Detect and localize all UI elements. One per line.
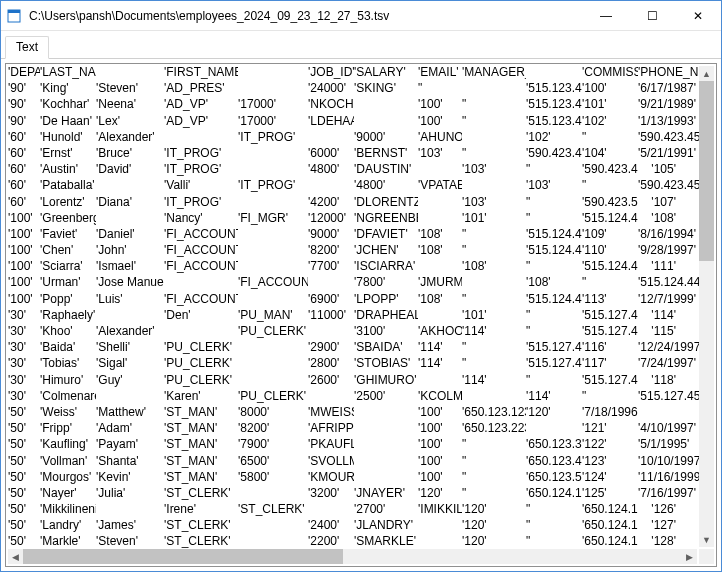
cell: '590.423.4569' [582, 161, 638, 177]
cell: '116' [582, 339, 638, 355]
cell: 'IMIKKILI' [418, 501, 462, 517]
table-row[interactable]: '50''Fripp''Adam''ST_MAN''8200''AFRIPP''… [8, 420, 699, 436]
table-row[interactable]: '30''Himuro''Guy''PU_CLERK''2600''GHIMUR… [8, 372, 699, 388]
cell: 'Mikkilineni' [40, 501, 96, 517]
horizontal-scrollbar[interactable]: ◀ ▶ [8, 549, 697, 564]
minimize-button[interactable]: — [583, 1, 629, 30]
header-row[interactable]: 'DEPARTMENT_ID''LAST_NAME''FIRST_NAME''J… [8, 64, 699, 80]
table-row[interactable]: '60''Ernst''Bruce''IT_PROG''6000''BERNST… [8, 145, 699, 161]
cell: 'James' [96, 517, 164, 533]
table-row[interactable]: '90''Kochhar''Neena''AD_VP''17000''NKOCH… [8, 96, 699, 112]
cell: 'Ismael' [96, 258, 164, 274]
table-row[interactable]: '100''Greenberg''Nancy''FI_MGR''12000''N… [8, 210, 699, 226]
text-grid[interactable]: 'DEPARTMENT_ID''LAST_NAME''FIRST_NAME''J… [6, 64, 716, 566]
cell: 'ST_MAN' [164, 469, 238, 485]
cell: '2200' [308, 533, 354, 549]
titlebar[interactable]: C:\Users\pansh\Documents\employees_2024_… [1, 1, 721, 31]
scroll-left-arrow[interactable]: ◀ [8, 549, 23, 564]
table-row[interactable]: '30''Tobias''Sigal''PU_CLERK''2800''STOB… [8, 355, 699, 371]
cell: '9000' [308, 226, 354, 242]
table-row[interactable]: '60''Pataballa''Valli''IT_PROG''4800''VP… [8, 177, 699, 193]
table-row[interactable]: '100''Chen''John''FI_ACCOUNT''8200''JCHE… [8, 242, 699, 258]
cell: 'DEPARTMENT_ID' [8, 64, 40, 80]
cell: 'ST_MAN' [164, 404, 238, 420]
vertical-scrollbar[interactable]: ▲ ▼ [699, 66, 714, 547]
cell: 'De Haan' [40, 113, 96, 129]
cell: '9000' [354, 129, 418, 145]
cell: 'Weiss' [40, 404, 96, 420]
cell: 'PU_CLERK' [238, 323, 308, 339]
cell: '515.124.4469' '112' '3/7 [638, 274, 699, 290]
cell: '5/1/1995' [638, 436, 699, 452]
cell: '109' [582, 226, 638, 242]
cell: '650.124.1434' [582, 533, 638, 549]
cell: '60' [8, 194, 40, 210]
cell: 'Nancy' [164, 210, 238, 226]
table-row[interactable]: '100''Popp''Luis''FI_ACCOUNT''6900''LPOP… [8, 291, 699, 307]
cell: '2800' [308, 355, 354, 371]
cell: " [526, 307, 582, 323]
cell: " [582, 129, 638, 145]
cell: '100' [8, 242, 40, 258]
table-row[interactable]: '50''Vollman''Shanta''ST_MAN''6500''SVOL… [8, 453, 699, 469]
table-row[interactable]: '100''Urman''Jose Manuel''FI_ACCOUNT''78… [8, 274, 699, 290]
table-row[interactable]: '60''Hunold''Alexander''IT_PROG''9000''A… [8, 129, 699, 145]
cell: '101' [462, 210, 526, 226]
table-row[interactable]: '30''Colmenares''Karen''PU_CLERK''2500''… [8, 388, 699, 404]
svg-rect-1 [8, 10, 20, 13]
cell: '110' [582, 242, 638, 258]
cell: '515.127.4562' [582, 323, 638, 339]
cell: '8200' [308, 242, 354, 258]
table-row[interactable]: '90''King''Steven''AD_PRES''24000''SKING… [8, 80, 699, 96]
cell: '101' [462, 307, 526, 323]
cell: '50' [8, 436, 40, 452]
table-row[interactable]: '30''Baida''Shelli''PU_CLERK''2900''SBAI… [8, 339, 699, 355]
cell: 'ST_CLERK' [164, 485, 238, 501]
table-row[interactable]: '50''Mikkilineni''Irene''ST_CLERK''2700'… [8, 501, 699, 517]
tab-text[interactable]: Text [5, 36, 49, 59]
cell: 'Irene' [164, 501, 238, 517]
cell: '515.124.4369' [582, 258, 638, 274]
table-row[interactable]: '30''Raphaely''Den''PU_MAN''11000''DRAPH… [8, 307, 699, 323]
cell: '650.124.1224' [582, 501, 638, 517]
table-row[interactable]: '50''Kaufling''Payam''ST_MAN''7900''PKAU… [8, 436, 699, 452]
cell: 'JOB_ID' [308, 64, 354, 80]
cell: 'JNAYER' [354, 485, 418, 501]
cell: '17000' [238, 113, 308, 129]
cell: '650.123.3234' [526, 436, 582, 452]
cell: 'LAST_NAME' [40, 64, 96, 80]
cell: '100' [418, 469, 462, 485]
scroll-right-arrow[interactable]: ▶ [682, 549, 697, 564]
table-row[interactable]: '90''De Haan''Lex''AD_VP''17000''LDEHAAN… [8, 113, 699, 129]
close-button[interactable]: ✕ [675, 1, 721, 30]
table-row[interactable]: '60''Austin''David''IT_PROG''4800''DAUST… [8, 161, 699, 177]
table-row[interactable]: '50''Landry''James''ST_CLERK''2400''JLAN… [8, 517, 699, 533]
cell: 'COMMISSION_PCT' [582, 64, 638, 80]
maximize-button[interactable]: ☐ [629, 1, 675, 30]
cell: 'SVOLLMAN' [308, 453, 354, 469]
vertical-scroll-thumb[interactable] [699, 81, 714, 261]
cell: '103' [526, 177, 582, 193]
cell: '11000' [308, 307, 354, 323]
table-row[interactable]: '100''Faviet''Daniel''FI_ACCOUNT''9000''… [8, 226, 699, 242]
table-row[interactable]: '30''Khoo''Alexander''PU_CLERK''3100''AK… [8, 323, 699, 339]
tabbar: Text [1, 31, 721, 59]
table-row[interactable]: '50''Weiss''Matthew''ST_MAN''8000''MWEIS… [8, 404, 699, 420]
cell: 'AD_PRES' [164, 80, 238, 96]
table-row[interactable]: '60''Lorentz''Diana''IT_PROG''4200''DLOR… [8, 194, 699, 210]
cell: 'Pataballa' [40, 177, 96, 193]
cell: '114' [418, 355, 462, 371]
cell: 'John' [96, 242, 164, 258]
cell: 'PU_CLERK' [238, 388, 308, 404]
cell: '590.423.4567' '103' '1/3 [638, 129, 699, 145]
table-row[interactable]: '50''Mourgos''Kevin''ST_MAN''5800''KMOUR… [8, 469, 699, 485]
cell: " [526, 501, 582, 517]
horizontal-scroll-thumb[interactable] [23, 549, 343, 564]
cell: 'Kevin' [96, 469, 164, 485]
table-row[interactable]: '50''Nayer''Julia''ST_CLERK''3200''JNAYE… [8, 485, 699, 501]
scroll-down-arrow[interactable]: ▼ [699, 532, 714, 547]
table-row[interactable]: '50''Markle''Steven''ST_CLERK''2200''SMA… [8, 533, 699, 549]
cell: '100' [418, 453, 462, 469]
table-row[interactable]: '100''Sciarra''Ismael''FI_ACCOUNT''7700'… [8, 258, 699, 274]
scroll-up-arrow[interactable]: ▲ [699, 66, 714, 81]
